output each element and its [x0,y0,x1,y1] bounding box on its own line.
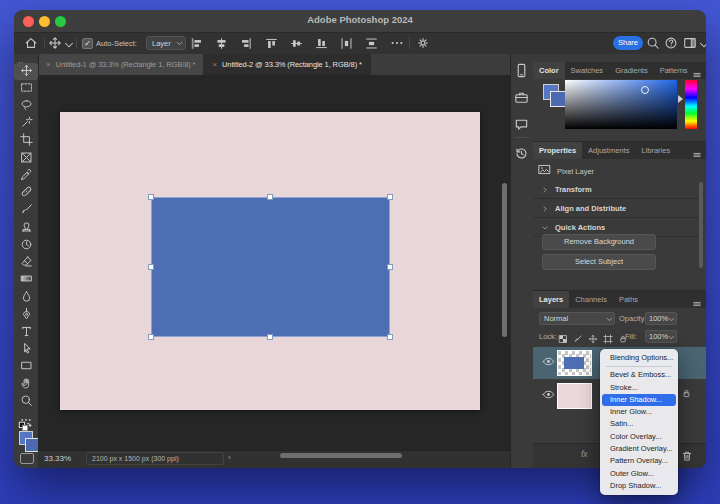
hand-tool[interactable] [14,376,38,393]
transform-handle[interactable] [148,264,154,270]
libraries-panel-icon[interactable] [514,90,529,105]
blur-tool[interactable] [14,289,38,306]
transform-handle[interactable] [267,334,273,340]
lock-transparent-icon[interactable] [558,330,568,348]
transform-handle[interactable] [148,194,154,200]
tab-layers[interactable]: Layers [533,291,569,308]
zoom-tool[interactable] [14,393,38,410]
layer-fx-icon[interactable]: fx [581,449,588,459]
healing-brush-tool[interactable] [14,185,38,202]
close-tab-icon[interactable]: × [212,60,217,69]
menu-item-satin-[interactable]: Satin... [602,418,676,430]
blend-mode-dropdown[interactable]: Normal [539,312,615,325]
align-center-v-icon[interactable] [290,36,303,50]
layer-visibility-eye-icon[interactable] [542,387,555,400]
frame-tool[interactable] [14,150,38,167]
shape-tool[interactable] [14,359,38,376]
align-left-icon[interactable] [190,36,203,50]
panel-foreground-color-swatch[interactable] [550,91,566,107]
section-align-and-distribute[interactable]: Align and Distribute [533,199,699,218]
workspace-chevron-icon[interactable] [697,38,706,52]
menu-item-stroke-[interactable]: Stroke... [602,382,676,394]
transform-handle[interactable] [387,334,393,340]
lasso-tool[interactable] [14,98,38,115]
move-tool-icon[interactable] [48,36,62,50]
pen-tool[interactable] [14,306,38,323]
eyedropper-tool[interactable] [14,167,38,184]
layer-thumbnail-background[interactable] [557,383,592,409]
zoom-level[interactable]: 33.33% [44,454,71,463]
align-top-icon[interactable] [265,36,278,50]
more-options-icon[interactable] [390,36,404,50]
menu-item-inner-glow-[interactable]: Inner Glow... [602,406,676,418]
type-tool[interactable] [14,324,38,341]
crop-tool[interactable] [14,133,38,150]
tab-adjustments[interactable]: Adjustments [582,142,635,159]
selected-rectangle-shape[interactable] [151,197,390,337]
remove-background-button[interactable]: Remove Background [542,234,656,250]
menu-item-pattern-overlay-[interactable]: Pattern Overlay... [602,455,676,467]
section-transform[interactable]: Transform [533,180,699,199]
distribute-v-icon[interactable] [365,36,378,50]
menu-item-gradient-overlay-[interactable]: Gradient Overlay... [602,443,676,455]
tab-color[interactable]: Color [533,62,565,79]
path-select-tool[interactable] [14,341,38,358]
tab-patterns[interactable]: Patterns [654,62,694,79]
menu-item-blending-options-[interactable]: Blending Options... [602,352,676,364]
share-button[interactable]: Share [613,36,643,50]
marquee-tool[interactable] [14,80,38,97]
align-bottom-icon[interactable] [315,36,328,50]
history-panel-icon[interactable] [514,146,529,161]
hue-slider[interactable] [685,80,697,129]
transform-handle[interactable] [148,334,154,340]
layer-visibility-eye-icon[interactable] [542,354,555,367]
properties-scrollbar[interactable] [699,182,703,268]
transform-handle[interactable] [387,264,393,270]
transform-handle[interactable] [387,194,393,200]
tab-paths[interactable]: Paths [613,291,644,308]
tab-properties[interactable]: Properties [533,142,582,159]
eraser-tool[interactable] [14,254,38,271]
distribute-h-icon[interactable] [340,36,353,50]
clone-stamp-tool[interactable] [14,220,38,237]
comments-panel-icon[interactable] [514,117,529,132]
tab-libraries[interactable]: Libraries [635,142,676,159]
background-color-swatch[interactable] [25,438,39,452]
workspace-switcher-icon[interactable] [683,36,697,50]
lock-artboard-icon[interactable] [603,330,613,348]
tool-settings-gear-icon[interactable] [416,36,430,50]
delete-layer-trash-icon[interactable] [681,448,693,466]
menu-item-inner-shadow-[interactable]: Inner Shadow... [602,394,676,406]
tab-swatches[interactable]: Swatches [565,62,610,79]
menu-item-color-overlay-[interactable]: Color Overlay... [602,431,676,443]
align-center-h-icon[interactable] [215,36,228,50]
color-field[interactable] [565,80,677,129]
tab-channels[interactable]: Channels [569,291,613,308]
auto-select-target-dropdown[interactable]: Layer [146,36,186,50]
home-icon[interactable] [24,36,38,50]
canvas-vertical-scrollbar[interactable] [502,183,507,337]
document-info[interactable]: 2100 px x 1500 px (300 ppi) [86,452,224,465]
menu-item-drop-shadow-[interactable]: Drop Shadow... [602,480,676,492]
menu-item-bevel-emboss-[interactable]: Bevel & Emboss... [602,369,676,381]
move-tool[interactable] [14,63,38,80]
align-right-icon[interactable] [240,36,253,50]
opacity-dropdown[interactable]: 100% [645,312,677,325]
object-selection-tool[interactable] [14,115,38,132]
lock-paint-icon[interactable] [573,330,583,348]
auto-select-checkbox[interactable]: ✓ [82,38,93,49]
menu-item-outer-glow-[interactable]: Outer Glow... [602,468,676,480]
document-info-chevron-icon[interactable]: › [228,453,231,462]
gradient-tool[interactable] [14,272,38,289]
brush-tool[interactable] [14,202,38,219]
color-field-cursor[interactable] [641,86,649,94]
quick-mask-button[interactable] [20,453,34,464]
fill-dropdown[interactable]: 100% [645,330,677,343]
tab-gradients[interactable]: Gradients [609,62,654,79]
transform-handle[interactable] [267,194,273,200]
lock-move-icon[interactable] [588,330,598,348]
close-tab-icon[interactable]: × [46,60,51,69]
document-tab[interactable]: ×Untitled-1 @ 33.3% (Rectangle 1, RGB/8)… [38,54,204,75]
canvas-horizontal-scrollbar[interactable] [280,453,402,458]
layer-thumbnail-rectangle[interactable] [557,350,592,376]
